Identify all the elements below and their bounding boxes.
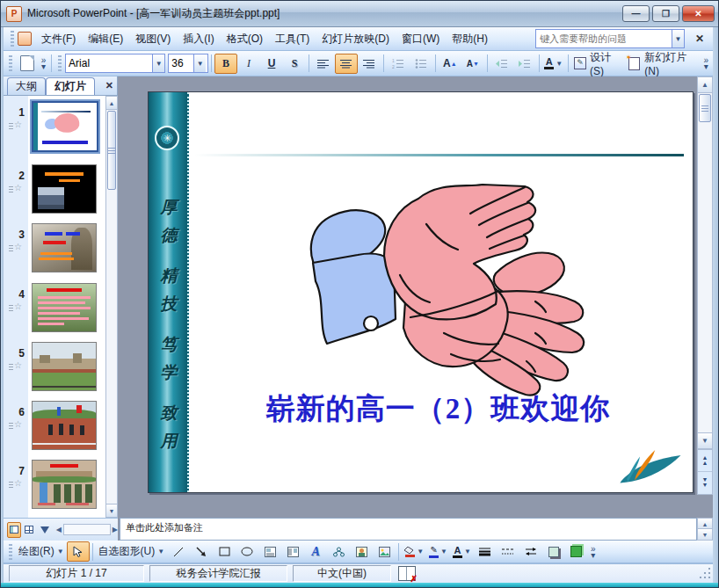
spell-check-icon[interactable] bbox=[398, 566, 416, 581]
tab-outline[interactable]: 大纲 bbox=[7, 77, 46, 95]
slide-thumbnail-6[interactable] bbox=[32, 401, 97, 450]
drawbar-grip[interactable] bbox=[9, 544, 12, 560]
scrollbar-thumb[interactable] bbox=[699, 94, 711, 122]
text-box-button[interactable] bbox=[258, 541, 281, 562]
menu-edit[interactable]: 编辑(E) bbox=[82, 28, 129, 50]
threed-style-button[interactable] bbox=[565, 541, 588, 562]
wordart-button[interactable]: A bbox=[304, 541, 327, 562]
menu-file[interactable]: 文件(F) bbox=[35, 28, 82, 50]
status-language[interactable]: 中文(中国) bbox=[293, 565, 391, 582]
toolbar-grip-2[interactable] bbox=[58, 55, 62, 71]
font-name-input[interactable] bbox=[66, 56, 152, 70]
menubar-grip[interactable] bbox=[11, 31, 14, 47]
shadow-style-button[interactable] bbox=[542, 541, 565, 562]
underline-button[interactable]: U bbox=[260, 54, 283, 74]
next-slide-button[interactable]: ▼▼ bbox=[698, 472, 712, 493]
numbering-button[interactable]: 12 bbox=[387, 54, 410, 74]
new-presentation-button[interactable] bbox=[16, 54, 39, 74]
notes-scrollbar[interactable]: ▲ ▼ bbox=[697, 518, 713, 541]
slide-thumbnail-5[interactable] bbox=[32, 342, 97, 391]
scroll-left-icon[interactable]: ◀ bbox=[56, 526, 62, 534]
font-color-dropdown-icon[interactable]: ▼ bbox=[556, 60, 563, 68]
menu-view[interactable]: 视图(V) bbox=[129, 28, 177, 50]
thumbnails-scrollbar[interactable]: ▲ ▼ bbox=[105, 96, 118, 518]
menu-format[interactable]: 格式(O) bbox=[221, 28, 269, 50]
font-size-dropdown-icon[interactable]: ▼ bbox=[193, 54, 206, 72]
notes-pane[interactable]: 单击此处添加备注 bbox=[120, 518, 697, 541]
arrow-tool-button[interactable] bbox=[190, 541, 213, 562]
draw-menu-button[interactable]: 绘图(R)▼ bbox=[16, 544, 67, 559]
slide-thumbnail-3[interactable] bbox=[32, 223, 97, 272]
align-center-button[interactable] bbox=[335, 54, 358, 74]
dash-style-button[interactable] bbox=[497, 541, 519, 562]
design-button[interactable]: ✎ 设计(S) bbox=[571, 54, 626, 74]
diagram-button[interactable] bbox=[327, 541, 350, 562]
line-color-button[interactable]: ✎▼ bbox=[426, 541, 450, 562]
pane-close-icon[interactable]: ✕ bbox=[105, 80, 113, 91]
slide-scrollbar[interactable]: ▲ ▼ bbox=[697, 76, 713, 449]
align-left-button[interactable] bbox=[312, 54, 335, 74]
toolbar-grip[interactable] bbox=[9, 55, 12, 71]
slide-canvas[interactable]: ✳ 厚 德 精 技 笃 学 致 用 bbox=[148, 91, 694, 493]
menu-slideshow[interactable]: 幻灯片放映(D) bbox=[316, 28, 396, 50]
bullets-button[interactable] bbox=[410, 54, 432, 74]
scroll-down-icon[interactable]: ▼ bbox=[698, 528, 712, 540]
line-tool-button[interactable] bbox=[167, 541, 190, 562]
decrease-font-size-button[interactable]: A▼ bbox=[461, 54, 484, 74]
font-size-input[interactable] bbox=[169, 56, 193, 70]
minimize-button[interactable]: — bbox=[622, 5, 650, 22]
insert-picture-button[interactable] bbox=[373, 541, 396, 562]
select-objects-button[interactable] bbox=[67, 541, 90, 562]
resize-grip[interactable] bbox=[700, 568, 711, 579]
font-color-button[interactable]: A ▼ bbox=[542, 54, 565, 74]
scroll-down-icon[interactable]: ▼ bbox=[106, 504, 117, 517]
document-close-button[interactable]: ✕ bbox=[690, 31, 709, 47]
clip-art-button[interactable] bbox=[350, 541, 373, 562]
toolbar-overflow-left[interactable]: »▾ bbox=[39, 57, 49, 69]
italic-button[interactable]: I bbox=[237, 54, 260, 74]
previous-slide-button[interactable]: ▲▲ bbox=[698, 450, 712, 472]
text-shadow-button[interactable]: S bbox=[283, 54, 306, 74]
line-color-dropdown-icon[interactable]: ▼ bbox=[440, 548, 447, 555]
increase-indent-button[interactable] bbox=[513, 54, 536, 74]
slide-sorter-view-button[interactable] bbox=[22, 522, 36, 538]
rectangle-tool-button[interactable] bbox=[213, 541, 236, 562]
clapping-hands-clipart[interactable] bbox=[272, 170, 614, 403]
toolbar-overflow-right[interactable]: »▾ bbox=[701, 57, 711, 69]
slide-thumbnail-1[interactable] bbox=[32, 101, 98, 152]
fill-color-button[interactable]: ▼ bbox=[402, 541, 426, 562]
scroll-up-icon[interactable]: ▲ bbox=[698, 77, 712, 93]
slideshow-view-button[interactable] bbox=[37, 522, 51, 538]
draw-font-color-dropdown-icon[interactable]: ▼ bbox=[464, 548, 471, 555]
increase-font-size-button[interactable]: A▲ bbox=[439, 54, 461, 74]
normal-view-button[interactable] bbox=[7, 522, 21, 538]
menu-tools[interactable]: 工具(T) bbox=[269, 28, 316, 50]
autoshapes-menu-button[interactable]: 自选图形(U)▼ bbox=[96, 544, 168, 559]
oval-tool-button[interactable] bbox=[236, 541, 258, 562]
decrease-indent-button[interactable] bbox=[490, 54, 513, 74]
menu-window[interactable]: 窗口(W) bbox=[396, 28, 446, 50]
slide-thumbnail-7[interactable] bbox=[32, 460, 97, 509]
bold-button[interactable]: B bbox=[214, 54, 237, 74]
scroll-right-icon[interactable]: ▶ bbox=[113, 526, 118, 534]
tab-slides[interactable]: 幻灯片 bbox=[46, 77, 95, 95]
menu-help[interactable]: 帮助(H) bbox=[446, 28, 494, 50]
pane-horizontal-scrollbar[interactable]: ◀ ▶ bbox=[56, 524, 118, 535]
draw-font-color-button[interactable]: A▼ bbox=[450, 541, 474, 562]
restore-button[interactable]: ❐ bbox=[652, 5, 679, 22]
scrollbar-thumb[interactable] bbox=[107, 111, 116, 190]
slide-thumbnail-2[interactable] bbox=[32, 164, 97, 214]
document-icon[interactable] bbox=[18, 32, 32, 46]
vertical-text-box-button[interactable] bbox=[281, 541, 304, 562]
help-dropdown-icon[interactable]: ▼ bbox=[672, 29, 685, 48]
scroll-up-icon[interactable]: ▲ bbox=[106, 97, 117, 110]
scroll-down-icon[interactable]: ▼ bbox=[698, 432, 712, 448]
help-input[interactable] bbox=[535, 29, 672, 48]
close-button[interactable]: ✕ bbox=[682, 5, 715, 22]
font-name-dropdown-icon[interactable]: ▼ bbox=[152, 54, 164, 72]
slide-thumbnail-4[interactable] bbox=[32, 283, 97, 332]
slide-title-text[interactable]: 崭新的高一（2）班欢迎你 bbox=[198, 389, 679, 429]
line-style-button[interactable] bbox=[474, 541, 497, 562]
app-icon[interactable]: P bbox=[6, 6, 22, 22]
fill-color-dropdown-icon[interactable]: ▼ bbox=[417, 548, 424, 555]
